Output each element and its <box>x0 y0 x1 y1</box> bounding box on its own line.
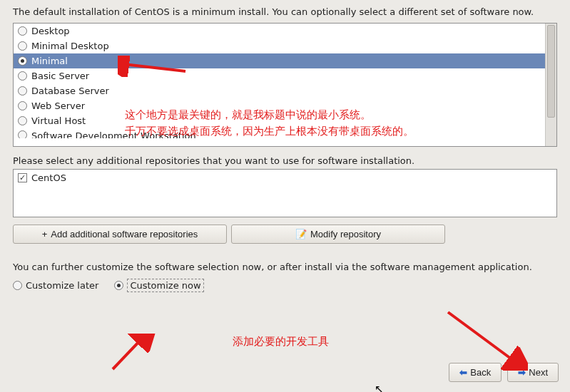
annotation-arrow-icon <box>100 334 157 373</box>
option-software-dev-workstation[interactable]: Software Development Workstation <box>14 128 545 138</box>
annotation-text: 添加必要的开发工具 <box>233 334 329 350</box>
list-scrollbar[interactable] <box>545 24 556 146</box>
radio-icon <box>18 130 27 138</box>
option-minimal[interactable]: Minimal <box>14 53 545 68</box>
svg-line-1 <box>113 339 141 369</box>
option-web-server[interactable]: Web Server <box>14 98 545 113</box>
plus-icon: + <box>42 229 48 239</box>
radio-icon <box>18 26 27 36</box>
modify-repo-button[interactable]: 📝 Modify repository <box>231 225 445 244</box>
radio-icon <box>18 116 27 125</box>
next-button[interactable]: ➡ Next <box>507 363 559 382</box>
button-label: Modify repository <box>310 229 381 239</box>
radio-label: Customize now <box>127 279 203 292</box>
svg-line-2 <box>448 312 514 361</box>
radio-icon <box>18 41 27 51</box>
option-label: Desktop <box>31 26 70 36</box>
arrow-right-icon: ➡ <box>518 367 526 378</box>
option-virtual-host[interactable]: Virtual Host <box>14 113 545 128</box>
mouse-cursor-icon: ↖ <box>375 383 384 392</box>
button-label: Next <box>529 367 548 378</box>
button-label: Add additional software repositories <box>51 229 198 239</box>
radio-icon <box>18 101 27 110</box>
option-label: Software Development Workstation <box>31 130 196 138</box>
option-label: Basic Server <box>31 71 89 81</box>
annotation-arrow-icon <box>442 306 528 371</box>
software-selection-list: Desktop Minimal Desktop Minimal Basic Se… <box>13 23 557 147</box>
radio-icon <box>18 71 27 81</box>
scroll-thumb[interactable] <box>547 25 555 118</box>
radio-icon <box>18 86 27 96</box>
option-label: Database Server <box>31 86 109 96</box>
option-basic-server[interactable]: Basic Server <box>14 68 545 83</box>
option-label: Minimal Desktop <box>31 41 109 51</box>
customize-intro-text: You can further customize the software s… <box>13 261 557 274</box>
option-database-server[interactable]: Database Server <box>14 83 545 98</box>
arrow-left-icon: ⬅ <box>459 367 467 378</box>
repo-label: CentOS <box>31 172 66 183</box>
back-button[interactable]: ⬅ Back <box>449 363 502 382</box>
customize-now-radio[interactable]: Customize now <box>114 279 203 292</box>
option-minimal-desktop[interactable]: Minimal Desktop <box>14 38 545 53</box>
option-desktop[interactable]: Desktop <box>14 24 545 38</box>
repo-intro-text: Please select any additional repositorie… <box>13 155 557 166</box>
radio-icon <box>18 56 27 66</box>
radio-label: Customize later <box>26 280 98 291</box>
intro-text: The default installation of CentOS is a … <box>13 6 557 19</box>
button-label: Back <box>470 367 491 378</box>
add-repo-button[interactable]: + Add additional software repositories <box>13 225 227 244</box>
customize-later-radio[interactable]: Customize later <box>13 280 98 291</box>
edit-icon: 📝 <box>295 229 307 239</box>
checkbox-icon: ✓ <box>18 173 27 182</box>
radio-icon <box>114 281 123 290</box>
option-label: Virtual Host <box>31 115 86 126</box>
option-label: Web Server <box>31 100 85 111</box>
repo-centos[interactable]: ✓ CentOS <box>18 172 552 183</box>
radio-icon <box>13 281 22 290</box>
repo-list: ✓ CentOS <box>13 169 557 217</box>
option-label: Minimal <box>31 56 68 66</box>
